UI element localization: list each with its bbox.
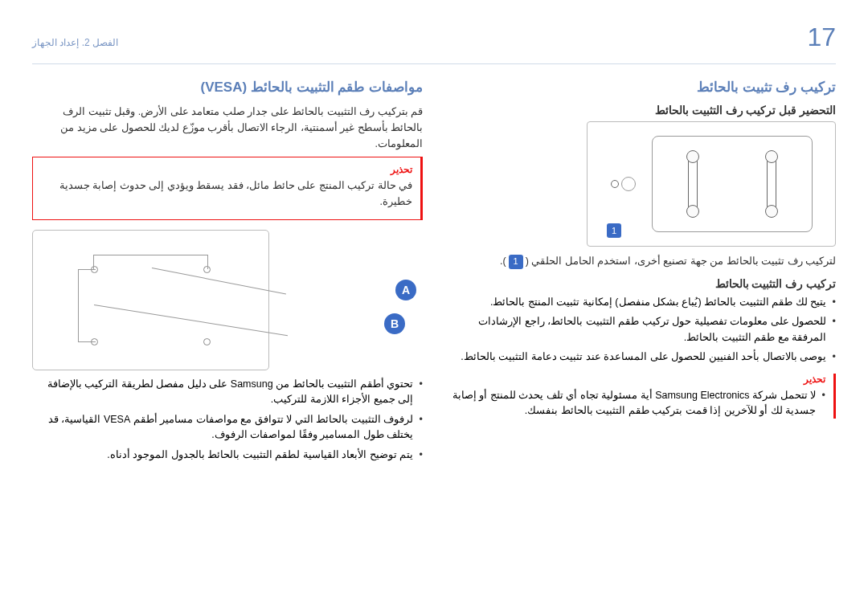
warning-box-left: تحذير في حالة تركيب المنتج على حائط مائل… — [32, 157, 423, 220]
list-item: يتيح لك طقم التثبيت بالحائط (يُباع بشكل … — [445, 295, 836, 310]
warning-list: لا تتحمل شركة Samsung Electronics أية مس… — [445, 388, 825, 419]
column-left: مواصفات طقم التثبيت بالحائط (VESA) قم بت… — [32, 79, 423, 467]
warning-title: تحذير — [445, 374, 825, 385]
tv-back-plain — [32, 230, 269, 370]
heading-vesa-specs: مواصفات طقم التثبيت بالحائط (VESA) — [32, 79, 423, 96]
list-item: يوصى بالاتصال بأحد الفنيين للحصول على ال… — [445, 349, 836, 365]
list-item: لرفوف التثبيت بالحائط التي لا تتوافق مع … — [32, 412, 423, 443]
bracket-right — [767, 156, 776, 212]
spec-list: تحتوي أطقم التثبيت بالحائط من Samsung عل… — [32, 377, 423, 463]
warning-box-right: تحذير لا تتحمل شركة Samsung Electronics … — [445, 374, 836, 419]
page-header: 17 الفصل 2. إعداد الجهاز — [32, 22, 836, 52]
install-list: يتيح لك طقم التثبيت بالحائط (يُباع بشكل … — [445, 295, 836, 366]
column-right: تركيب رف تثبيت بالحائط التحضير قبل تركيب… — [445, 79, 836, 467]
chapter-label: الفصل 2. إعداد الجهاز — [32, 37, 118, 48]
callout-inline-1: 1 — [509, 255, 523, 269]
figure-vesa-dimensions: A B — [32, 230, 423, 370]
list-item: للحصول على معلومات تفصيلية حول تركيب طقم… — [445, 314, 836, 345]
heading-install-shelf: تركيب رف التثبيت بالحائط — [445, 277, 836, 290]
warning-text: في حالة تركيب المنتج على حائط مائل، فقد … — [41, 178, 412, 210]
bracket-left — [688, 156, 698, 212]
warning-title: تحذير — [41, 164, 412, 175]
prep-text: لتركيب رف تثبيت بالحائط من جهة تصنيع أخر… — [445, 253, 836, 269]
heading-install-bracket: تركيب رف تثبيت بالحائط — [445, 79, 836, 96]
list-item: لا تتحمل شركة Samsung Electronics أية مس… — [445, 388, 825, 419]
prep-text-before: لتركيب رف تثبيت بالحائط من جهة تصنيع أخر… — [526, 255, 836, 267]
figure-tv-back-brackets: 1 — [587, 121, 836, 247]
heading-preparation: التحضير قبل تركيب رف التثبيت بالحائط — [445, 104, 836, 116]
list-item: تحتوي أطقم التثبيت بالحائط من Samsung عل… — [32, 377, 423, 408]
tv-back-outline — [652, 136, 813, 232]
figure-callout-1: 1 — [607, 223, 621, 238]
dimension-label-b: B — [384, 313, 405, 334]
page-number: 17 — [807, 22, 836, 52]
header-divider — [32, 63, 836, 64]
vesa-intro-text: قم بتركيب رف التثبيت بالحائط على جدار صل… — [32, 104, 423, 152]
screws-group — [611, 177, 636, 191]
list-item: يتم توضيح الأبعاد القياسية لطقم التثبيت … — [32, 447, 423, 463]
dimension-label-a: A — [395, 280, 416, 300]
prep-text-after: ). — [500, 255, 506, 267]
